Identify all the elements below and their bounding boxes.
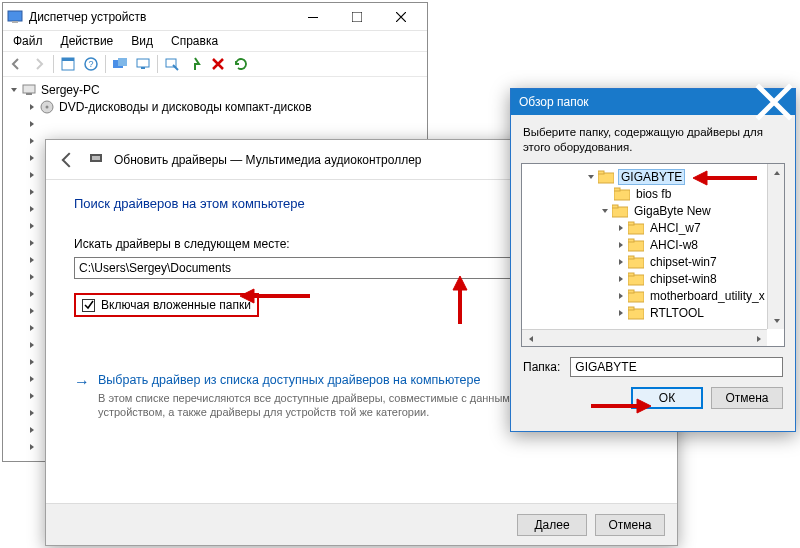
folder-item-chipset-win8[interactable]: chipset-win8 [522,270,785,287]
folder-browse-titlebar[interactable]: Обзор папок [511,89,795,115]
separator [53,55,54,73]
chevron-right-icon[interactable] [27,442,37,452]
chevron-down-icon[interactable] [9,85,19,95]
chevron-right-icon[interactable] [27,238,37,248]
svg-rect-14 [26,93,32,95]
chevron-right-icon[interactable] [616,241,626,249]
next-button[interactable]: Далее [517,514,587,536]
tree-root[interactable]: Sergey-PC [7,81,427,98]
scroll-left-icon[interactable] [522,330,539,347]
scroll-down-icon[interactable] [768,312,785,329]
chevron-right-icon[interactable] [616,292,626,300]
pick-driver-title: Выбрать драйвер из списка доступных драй… [98,373,528,387]
svg-rect-28 [628,239,634,242]
toolbar-devices-icon[interactable] [109,53,131,75]
svg-rect-18 [92,156,100,160]
horizontal-scrollbar[interactable] [522,329,767,346]
chevron-right-icon[interactable] [27,408,37,418]
ok-button[interactable]: ОК [631,387,703,409]
folder-label: GIGABYTE [618,169,685,185]
chevron-down-icon[interactable] [600,207,610,215]
minimize-button[interactable] [291,3,335,31]
chevron-right-icon[interactable] [27,425,37,435]
toolbar-help-icon[interactable]: ? [80,53,102,75]
menu-help[interactable]: Справка [163,32,226,50]
wizard-footer: Далее Отмена [46,503,677,545]
driver-path-combobox[interactable]: C:\Users\Sergey\Documents [74,257,569,279]
chevron-right-icon[interactable] [616,224,626,232]
include-subfolders-checkbox[interactable] [82,299,95,312]
folder-item-mb-utility[interactable]: motherboard_utility_x [522,287,785,304]
toolbar-uninstall-icon[interactable] [207,53,229,75]
toolbar-window-icon[interactable] [57,53,79,75]
folder-item-bios-fb[interactable]: bios fb [522,185,785,202]
menu-action[interactable]: Действие [53,32,122,50]
chevron-right-icon[interactable] [616,258,626,266]
menu-view[interactable]: Вид [123,32,161,50]
folder-item-rtltool[interactable]: RTLTOOL [522,304,785,321]
chevron-right-icon[interactable] [27,136,37,146]
close-icon[interactable] [753,89,795,115]
scroll-up-icon[interactable] [768,164,785,181]
folder-path-input[interactable]: GIGABYTE [570,357,783,377]
chevron-right-icon[interactable] [27,102,37,112]
chevron-right-icon[interactable] [27,204,37,214]
toolbar-monitor-icon[interactable] [132,53,154,75]
svg-rect-0 [8,11,22,21]
folder-item-chipset-win7[interactable]: chipset-win7 [522,253,785,270]
chevron-right-icon[interactable] [27,119,37,129]
tree-node-dvd[interactable]: DVD-дисководы и дисководы компакт-дисков [25,98,427,115]
cancel-button[interactable]: Отмена [711,387,783,409]
chevron-right-icon[interactable] [27,289,37,299]
chevron-right-icon[interactable] [27,187,37,197]
folder-item-gigabyte[interactable]: GIGABYTE [522,168,785,185]
wizard-device-icon [88,150,104,169]
chevron-down-icon[interactable] [586,173,596,181]
device-manager-titlebar[interactable]: Диспетчер устройств [3,3,427,31]
chevron-right-icon[interactable] [616,309,626,317]
folder-browse-dialog: Обзор папок Выберите папку, содержащую д… [510,88,796,432]
folder-path-value: GIGABYTE [575,360,636,374]
menu-file[interactable]: Файл [5,32,51,50]
back-arrow-icon[interactable] [56,149,78,171]
maximize-button[interactable] [335,3,379,31]
chevron-right-icon[interactable] [27,340,37,350]
chevron-right-icon[interactable] [27,153,37,163]
chevron-right-icon[interactable] [27,272,37,282]
toolbar-enable-icon[interactable] [184,53,206,75]
vertical-scrollbar[interactable] [767,164,784,329]
svg-rect-36 [628,307,634,310]
tree-node-collapsed[interactable] [25,115,427,132]
chevron-right-icon[interactable] [27,391,37,401]
svg-rect-11 [141,67,145,69]
folder-item-ahci-w7[interactable]: AHCI_w7 [522,219,785,236]
chevron-right-icon[interactable] [27,357,37,367]
toolbar-back-icon[interactable] [5,53,27,75]
folder-label: bios fb [634,187,673,201]
chevron-right-icon[interactable] [27,170,37,180]
svg-text:?: ? [88,59,93,69]
include-subfolders-row[interactable]: Включая вложенные папки [74,293,259,317]
chevron-right-icon[interactable] [27,221,37,231]
svg-rect-5 [62,58,74,61]
toolbar-scan-icon[interactable] [161,53,183,75]
chevron-right-icon[interactable] [27,255,37,265]
toolbar-forward-icon[interactable] [28,53,50,75]
svg-rect-13 [23,85,35,93]
chevron-right-icon[interactable] [616,275,626,283]
device-manager-toolbar: ? [3,51,427,77]
close-button[interactable] [379,3,423,31]
folder-tree[interactable]: GIGABYTE bios fb GigaByte New AHCI_w7 AH… [521,163,785,347]
folder-label: AHCI-w8 [648,238,700,252]
scroll-right-icon[interactable] [750,330,767,347]
chevron-right-icon[interactable] [27,306,37,316]
folder-item-gigabyte-new[interactable]: GigaByte New [522,202,785,219]
chevron-right-icon[interactable] [27,323,37,333]
folder-icon [628,272,644,286]
folder-item-ahci-w8[interactable]: AHCI-w8 [522,236,785,253]
wizard-header-title: Обновить драйверы — Мультимедиа аудиокон… [114,153,422,167]
folder-icon [598,170,614,184]
chevron-right-icon[interactable] [27,374,37,384]
cancel-button[interactable]: Отмена [595,514,665,536]
toolbar-refresh-icon[interactable] [230,53,252,75]
